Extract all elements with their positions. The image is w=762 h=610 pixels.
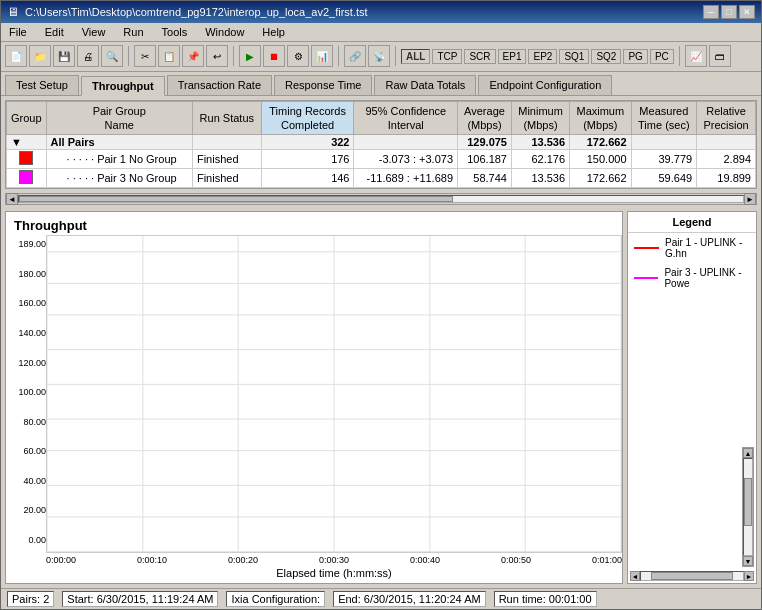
- y-tick-60: 60.00: [23, 446, 46, 456]
- title-bar: 🖥 C:\Users\Tim\Desktop\comtrend_pg9172\i…: [1, 1, 761, 23]
- close-button[interactable]: ✕: [739, 5, 755, 19]
- tag-sq1[interactable]: SQ1: [559, 49, 589, 64]
- y-tick-0: 0.00: [28, 535, 46, 545]
- tab-response-time[interactable]: Response Time: [274, 75, 372, 95]
- cell-confidence-p3: -11.689 : +11.689: [354, 169, 458, 188]
- toolbar-btn-10[interactable]: 🔗: [344, 45, 366, 67]
- tab-raw-data-totals[interactable]: Raw Data Totals: [374, 75, 476, 95]
- y-tick-80: 80.00: [23, 417, 46, 427]
- cell-group-all: ▼: [7, 135, 47, 150]
- status-end: End: 6/30/2015, 11:20:24 AM: [333, 591, 486, 607]
- col-relative-precision: RelativePrecision: [697, 101, 756, 135]
- tag-ep2[interactable]: EP2: [528, 49, 557, 64]
- menu-edit[interactable]: Edit: [41, 25, 68, 39]
- menu-help[interactable]: Help: [258, 25, 289, 39]
- tag-pg[interactable]: PG: [623, 49, 647, 64]
- toolbar-btn-11[interactable]: 📡: [368, 45, 390, 67]
- row-pair3[interactable]: · · · · · Pair 3 No Group Finished 146 -…: [7, 169, 756, 188]
- app-icon: 🖥: [7, 5, 19, 19]
- new-button[interactable]: 📄: [5, 45, 27, 67]
- x-tick-50: 0:00:50: [501, 555, 531, 565]
- cell-status-p1: Finished: [192, 150, 261, 169]
- tab-transaction-rate[interactable]: Transaction Rate: [167, 75, 272, 95]
- cell-average-p1: 106.187: [458, 150, 512, 169]
- tab-throughput[interactable]: Throughput: [81, 76, 165, 96]
- x-tick-40: 0:00:40: [410, 555, 440, 565]
- toolbar-btn-stop[interactable]: ⏹: [263, 45, 285, 67]
- tag-sq2[interactable]: SQ2: [591, 49, 621, 64]
- status-bar: Pairs: 2 Start: 6/30/2015, 11:19:24 AM I…: [1, 588, 761, 609]
- legend-item-pair3[interactable]: Pair 3 - UPLINK - Powe: [628, 263, 756, 293]
- col-run-status: Run Status: [192, 101, 261, 135]
- col-confidence: 95% ConfidenceInterval: [354, 101, 458, 135]
- toolbar-btn-12[interactable]: 📈: [685, 45, 707, 67]
- x-tick-60: 0:01:00: [592, 555, 622, 565]
- pair3-icon: [19, 170, 33, 184]
- legend-hscrollbar[interactable]: ◄ ►: [628, 569, 756, 583]
- toolbar-btn-9[interactable]: 📊: [311, 45, 333, 67]
- legend-label-pair3: Pair 3 - UPLINK - Powe: [664, 267, 750, 289]
- tab-test-setup[interactable]: Test Setup: [5, 75, 79, 95]
- toolbar-btn-undo[interactable]: ↩: [206, 45, 228, 67]
- tag-tcp[interactable]: TCP: [432, 49, 462, 64]
- tag-ep1[interactable]: EP1: [498, 49, 527, 64]
- x-tick-30: 0:00:30: [319, 555, 349, 565]
- toolbar-btn-8[interactable]: ⚙: [287, 45, 309, 67]
- col-minimum: Minimum(Mbps): [511, 101, 569, 135]
- toolbar-btn-13[interactable]: 🗃: [709, 45, 731, 67]
- cell-measured-all: [631, 135, 697, 150]
- table-scrollbar[interactable]: ◄ ►: [5, 193, 757, 205]
- cell-name-p3: · · · · · Pair 3 No Group: [46, 169, 192, 188]
- cell-average-p3: 58.744: [458, 169, 512, 188]
- open-button[interactable]: 📁: [29, 45, 51, 67]
- cell-maximum-all: 172.662: [570, 135, 631, 150]
- x-tick-0: 0:00:00: [46, 555, 76, 565]
- menu-file[interactable]: File: [5, 25, 31, 39]
- toolbar-btn-copy[interactable]: 📋: [158, 45, 180, 67]
- y-tick-160: 160.00: [18, 298, 46, 308]
- col-pair-group: Pair GroupName: [46, 101, 192, 135]
- maximize-button[interactable]: □: [721, 5, 737, 19]
- tab-bar: Test Setup Throughput Transaction Rate R…: [1, 72, 761, 96]
- cell-precision-p3: 19.899: [697, 169, 756, 188]
- chart-area: Throughput 189.00 180.00 160.00 140.00 1…: [5, 211, 623, 584]
- col-average: Average(Mbps): [458, 101, 512, 135]
- expand-icon[interactable]: ▼: [11, 136, 22, 148]
- row-all-pairs[interactable]: ▼ All Pairs 322 129.075 13.536 172.662: [7, 135, 756, 150]
- cell-confidence-all: [354, 135, 458, 150]
- cell-confidence-p1: -3.073 : +3.073: [354, 150, 458, 169]
- legend-scrollbar[interactable]: ▲ ▼: [628, 445, 756, 569]
- cell-maximum-p1: 150.000: [570, 150, 631, 169]
- main-content: Group Pair GroupName Run Status Timing R…: [1, 96, 761, 588]
- y-tick-40: 40.00: [23, 476, 46, 486]
- toolbar-btn-paste[interactable]: 📌: [182, 45, 204, 67]
- legend-line-pair1: [634, 247, 659, 249]
- window: 🖥 C:\Users\Tim\Desktop\comtrend_pg9172\i…: [0, 0, 762, 610]
- save-button[interactable]: 💾: [53, 45, 75, 67]
- all-label: ALL: [401, 49, 430, 64]
- menu-window[interactable]: Window: [201, 25, 248, 39]
- x-axis-label: Elapsed time (h:mm:ss): [6, 565, 622, 583]
- chart-svg: [47, 236, 621, 552]
- tab-endpoint-configuration[interactable]: Endpoint Configuration: [478, 75, 612, 95]
- menu-view[interactable]: View: [78, 25, 110, 39]
- cell-group-p3: [7, 169, 47, 188]
- tag-pc[interactable]: PC: [650, 49, 674, 64]
- toolbar-btn-cut[interactable]: ✂: [134, 45, 156, 67]
- y-tick-180: 180.00: [18, 269, 46, 279]
- menu-run[interactable]: Run: [119, 25, 147, 39]
- legend-item-pair1[interactable]: Pair 1 - UPLINK - G.hn: [628, 233, 756, 263]
- cell-status-p3: Finished: [192, 169, 261, 188]
- toolbar: 📄 📁 💾 🖨 🔍 ✂ 📋 📌 ↩ ▶ ⏹ ⚙ 📊 🔗 📡 ALL TCP SC…: [1, 42, 761, 72]
- cell-precision-all: [697, 135, 756, 150]
- tag-scr[interactable]: SCR: [464, 49, 495, 64]
- row-pair1[interactable]: · · · · · Pair 1 No Group Finished 176 -…: [7, 150, 756, 169]
- cell-precision-p1: 2.894: [697, 150, 756, 169]
- status-run-time: Run time: 00:01:00: [494, 591, 597, 607]
- menu-tools[interactable]: Tools: [158, 25, 192, 39]
- toolbar-btn-run[interactable]: ▶: [239, 45, 261, 67]
- status-pairs: Pairs: 2: [7, 591, 54, 607]
- toolbar-btn-4[interactable]: 🖨: [77, 45, 99, 67]
- minimize-button[interactable]: ─: [703, 5, 719, 19]
- toolbar-btn-5[interactable]: 🔍: [101, 45, 123, 67]
